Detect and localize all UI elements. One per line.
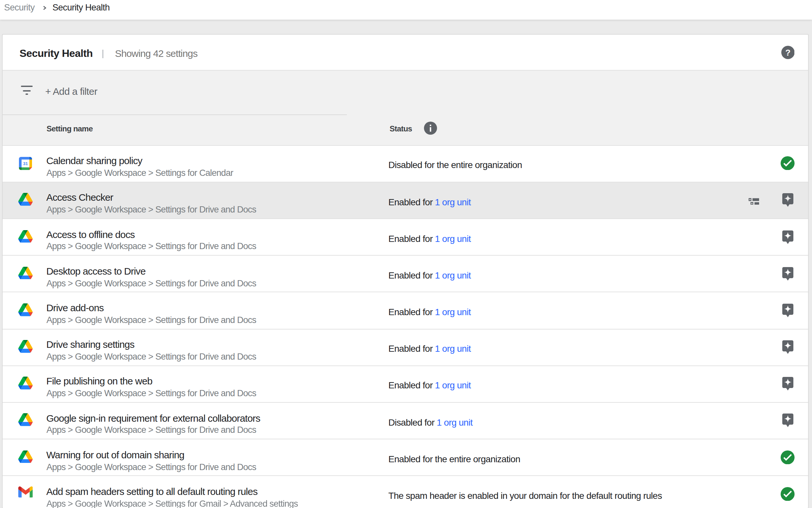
svg-text:31: 31 xyxy=(23,161,28,166)
svg-text:?: ? xyxy=(785,48,791,57)
